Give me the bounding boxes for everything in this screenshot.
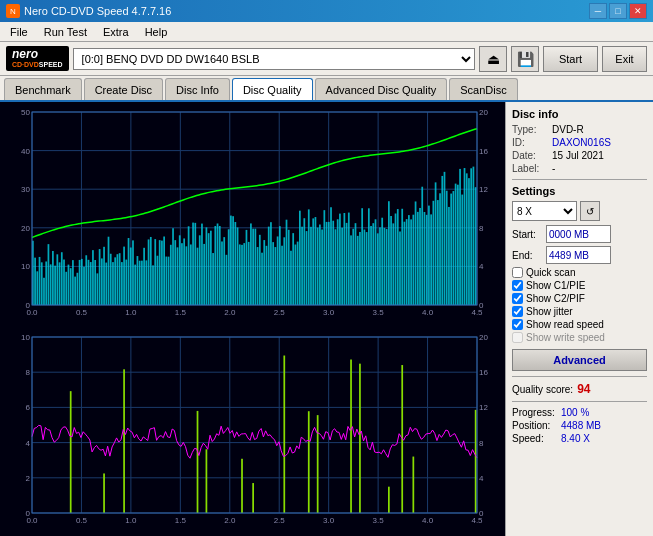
show-write-speed-row: Show write speed [512,332,647,343]
speed-label: Speed: [512,433,557,444]
title-bar-text: Nero CD-DVD Speed 4.7.7.16 [24,5,171,17]
minimize-button[interactable]: ─ [589,3,607,19]
charts-area [0,102,505,536]
id-value: DAXON016S [552,137,611,148]
exit-button[interactable]: Exit [602,46,647,72]
right-panel: Disc info Type: DVD-R ID: DAXON016S Date… [505,102,653,536]
end-field[interactable] [546,246,611,264]
show-jitter-checkbox[interactable] [512,306,523,317]
start-field[interactable] [546,225,611,243]
pie-chart [0,102,505,327]
nero-logo: nero CD·DVDSPEED [6,46,69,71]
quality-value: 94 [577,382,590,396]
label-label: Label: [512,163,550,174]
show-c1pie-checkbox[interactable] [512,280,523,291]
disc-id-row: ID: DAXON016S [512,137,647,148]
show-c1pie-row: Show C1/PIE [512,280,647,291]
divider-1 [512,179,647,180]
speed-row: 8 X ↺ [512,201,647,221]
date-label: Date: [512,150,550,161]
tab-bar: Benchmark Create Disc Disc Info Disc Qua… [0,76,653,102]
show-c2pif-checkbox[interactable] [512,293,523,304]
progress-label: Progress: [512,407,557,418]
progress-value: 100 % [561,407,589,418]
show-jitter-label: Show jitter [526,306,573,317]
title-controls: ─ □ ✕ [589,3,647,19]
show-read-speed-row: Show read speed [512,319,647,330]
start-row: Start: [512,225,647,243]
start-label: Start: [512,229,542,240]
id-label: ID: [512,137,550,148]
show-c2pif-row: Show C2/PIF [512,293,647,304]
pif-chart [0,327,505,535]
show-jitter-row: Show jitter [512,306,647,317]
show-write-speed-label: Show write speed [526,332,605,343]
quality-score-row: Quality score: 94 [512,382,647,396]
disc-type-row: Type: DVD-R [512,124,647,135]
speed-row-prog: Speed: 8.40 X [512,433,647,444]
show-read-speed-label: Show read speed [526,319,604,330]
speed-value: 8.40 X [561,433,590,444]
quick-scan-row: Quick scan [512,267,647,278]
quality-label: Quality score: [512,384,573,395]
drive-select[interactable]: [0:0] BENQ DVD DD DW1640 BSLB [73,48,475,70]
speed-select[interactable]: 8 X [512,201,577,221]
main-content: Disc info Type: DVD-R ID: DAXON016S Date… [0,102,653,536]
advanced-button[interactable]: Advanced [512,349,647,371]
close-button[interactable]: ✕ [629,3,647,19]
type-value: DVD-R [552,124,584,135]
position-value: 4488 MB [561,420,601,431]
eject-button[interactable]: ⏏ [479,46,507,72]
show-c2pif-label: Show C2/PIF [526,293,585,304]
tab-scandisc[interactable]: ScanDisc [449,78,517,100]
menu-bar: File Run Test Extra Help [0,22,653,42]
tab-advanced-disc-quality[interactable]: Advanced Disc Quality [315,78,448,100]
date-value: 15 Jul 2021 [552,150,604,161]
menu-file[interactable]: File [4,24,34,40]
end-label: End: [512,250,542,261]
settings-title: Settings [512,185,647,197]
tab-create-disc[interactable]: Create Disc [84,78,163,100]
disc-date-row: Date: 15 Jul 2021 [512,150,647,161]
show-write-speed-checkbox[interactable] [512,332,523,343]
disc-info-title: Disc info [512,108,647,120]
label-value: - [552,163,555,174]
tab-benchmark[interactable]: Benchmark [4,78,82,100]
show-read-speed-checkbox[interactable] [512,319,523,330]
save-button[interactable]: 💾 [511,46,539,72]
progress-row: Progress: 100 % [512,407,647,418]
maximize-button[interactable]: □ [609,3,627,19]
menu-run-test[interactable]: Run Test [38,24,93,40]
divider-3 [512,401,647,402]
end-row: End: [512,246,647,264]
app-icon: N [6,4,20,18]
refresh-button[interactable]: ↺ [580,201,600,221]
toolbar: nero CD·DVDSPEED [0:0] BENQ DVD DD DW164… [0,42,653,76]
menu-help[interactable]: Help [139,24,174,40]
quick-scan-checkbox[interactable] [512,267,523,278]
divider-2 [512,376,647,377]
title-bar: N Nero CD-DVD Speed 4.7.7.16 ─ □ ✕ [0,0,653,22]
type-label: Type: [512,124,550,135]
tab-disc-quality[interactable]: Disc Quality [232,78,313,100]
quick-scan-label: Quick scan [526,267,575,278]
disc-label-row: Label: - [512,163,647,174]
start-button[interactable]: Start [543,46,598,72]
position-row: Position: 4488 MB [512,420,647,431]
tab-disc-info[interactable]: Disc Info [165,78,230,100]
position-label: Position: [512,420,557,431]
show-c1pie-label: Show C1/PIE [526,280,585,291]
menu-extra[interactable]: Extra [97,24,135,40]
